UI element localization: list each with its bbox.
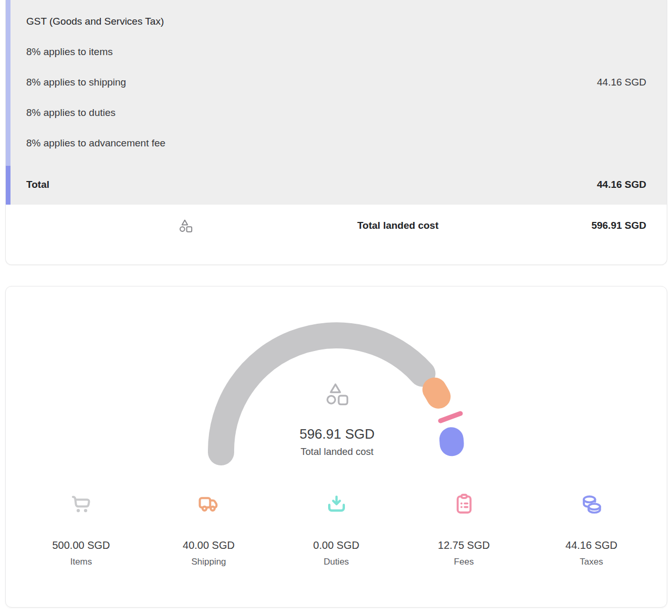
breakdown-label: Fees [400,556,528,568]
gauge-center-label: Total landed cost [300,446,373,457]
breakdown-label: Shipping [145,556,272,568]
tax-line-value: 44.16 SGD [597,76,646,89]
tax-total-value: 44.16 SGD [597,178,646,192]
breakdown-value: 500.00 SGD [17,538,145,552]
tax-accordion-section[interactable]: GST (Goods and Services Tax) 8% applies … [6,0,667,205]
tax-total-row: Total 44.16 SGD [26,178,646,192]
coins-icon [580,492,604,516]
landed-cost-icon [327,384,347,404]
total-landed-cost-label: Total landed cost [357,219,438,232]
tax-section-title: GST (Goods and Services Tax) [26,0,646,28]
landed-cost-summary-card: GST (Goods and Services Tax) 8% applies … [5,0,667,265]
landed-cost-icon [179,219,193,232]
gauge-center-value: 596.91 SGD [299,426,374,442]
cart-icon [69,492,93,516]
accent-stripe-dark [6,166,10,205]
tax-line-row: 8% applies to items [26,45,646,59]
breakdown-label: Duties [272,556,400,568]
tax-line-row: 8% applies to advancement fee [26,136,646,150]
breakdown-fees: 12.75 SGD Fees [400,492,528,568]
breakdown-value: 12.75 SGD [400,538,528,552]
landed-cost-gauge-chart: 596.91 SGD Total landed cost [200,310,473,473]
truck-icon [197,492,221,516]
total-landed-cost-row[interactable]: Total landed cost 596.91 SGD [6,205,667,232]
cost-breakdown-legend: 500.00 SGD Items 40.00 SGD Shipping [17,492,655,568]
breakdown-value: 44.16 SGD [528,538,655,552]
breakdown-value: 40.00 SGD [145,538,272,552]
tax-line-label: 8% applies to duties [26,106,116,120]
total-landed-cost-value: 596.91 SGD [591,219,646,232]
tax-line-label: 8% applies to shipping [26,76,126,89]
breakdown-items: 500.00 SGD Items [17,492,145,568]
download-icon [324,492,349,516]
tax-line-label: 8% applies to items [26,45,113,59]
gauge-segment-taxes [451,439,452,444]
tax-line-label: 8% applies to advancement fee [26,136,165,150]
accent-stripe-light [6,0,10,166]
tax-line-row: 8% applies to duties [26,106,646,120]
gauge-segment-fees [440,413,460,421]
breakdown-taxes: 44.16 SGD Taxes [528,492,655,568]
clipboard-list-icon [452,492,476,516]
tax-line-row: 8% applies to shipping 44.16 SGD [26,76,646,89]
breakdown-shipping: 40.00 SGD Shipping [145,492,272,568]
tax-total-label: Total [26,178,49,192]
cost-gauge-card: 596.91 SGD Total landed cost 500.00 SGD … [5,286,667,608]
breakdown-label: Items [17,556,145,568]
breakdown-duties: 0.00 SGD Duties [272,492,400,568]
breakdown-value: 0.00 SGD [272,538,400,552]
gauge-segment-shipping [434,389,438,396]
breakdown-label: Taxes [528,556,655,568]
